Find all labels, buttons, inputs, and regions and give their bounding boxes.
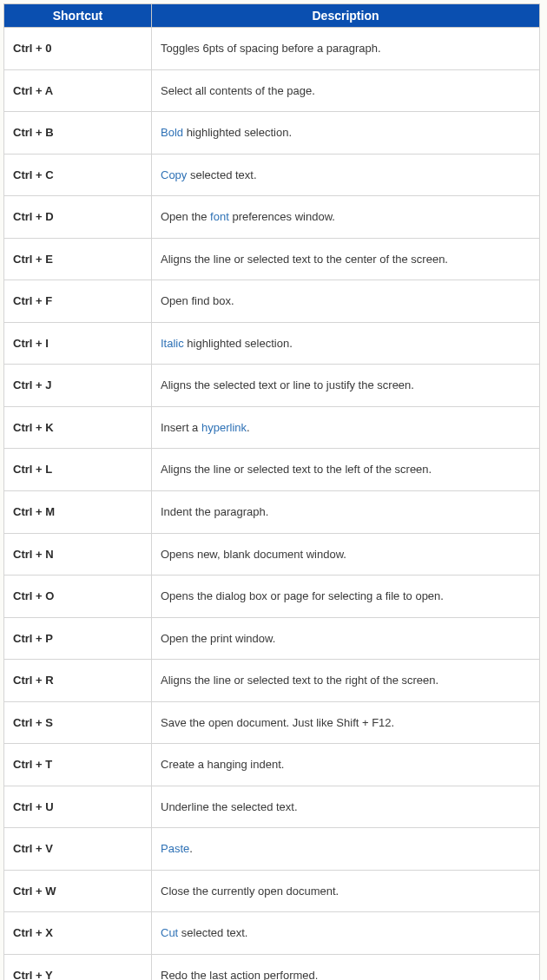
description-cell: Toggles 6pts of spacing before a paragra… [152, 28, 540, 70]
shortcut-cell: Ctrl + C [4, 154, 152, 196]
shortcut-cell: Ctrl + 0 [4, 28, 152, 70]
shortcut-cell: Ctrl + O [4, 576, 152, 618]
table-row: Ctrl + SSave the open document. Just lik… [4, 701, 540, 744]
inline-link[interactable]: hyperlink [201, 421, 247, 434]
shortcut-cell: Ctrl + Y [4, 955, 152, 980]
description-cell: Underline the selected text. [152, 786, 540, 828]
description-cell: Open the print window. [152, 617, 540, 660]
shortcut-cell: Ctrl + B [4, 112, 152, 155]
header-description: Description [152, 4, 540, 28]
shortcut-cell: Ctrl + X [4, 912, 152, 955]
table-row: Ctrl + 0Toggles 6pts of spacing before a… [4, 28, 540, 70]
table-row: Ctrl + CCopy selected text. [4, 154, 540, 196]
description-cell: Open the font preferences window. [152, 196, 540, 239]
shortcut-cell: Ctrl + W [4, 870, 152, 912]
inline-link[interactable]: Paste [161, 842, 189, 855]
shortcut-cell: Ctrl + M [4, 491, 152, 534]
table-row: Ctrl + ASelect all contents of the page. [4, 69, 540, 112]
shortcut-cell: Ctrl + F [4, 280, 152, 323]
description-cell: Opens new, blank document window. [152, 533, 540, 576]
shortcut-cell: Ctrl + S [4, 701, 152, 744]
shortcut-cell: Ctrl + P [4, 617, 152, 660]
description-cell: Save the open document. Just like Shift … [152, 701, 540, 744]
table-row: Ctrl + IItalic highlighted selection. [4, 322, 540, 365]
table-row: Ctrl + UUnderline the selected text. [4, 786, 540, 828]
shortcuts-table: Shortcut Description Ctrl + 0Toggles 6pt… [3, 3, 540, 980]
description-cell: Paste. [152, 828, 540, 871]
shortcut-cell: Ctrl + N [4, 533, 152, 576]
table-row: Ctrl + EAligns the line or selected text… [4, 238, 540, 280]
description-cell: Open find box. [152, 280, 540, 323]
description-cell: Aligns the line or selected text to the … [152, 449, 540, 491]
shortcut-cell: Ctrl + L [4, 449, 152, 491]
table-row: Ctrl + XCut selected text. [4, 912, 540, 955]
shortcut-cell: Ctrl + R [4, 660, 152, 702]
shortcut-cell: Ctrl + A [4, 69, 152, 112]
description-cell: Cut selected text. [152, 912, 540, 955]
table-row: Ctrl + MIndent the paragraph. [4, 491, 540, 534]
table-row: Ctrl + DOpen the font preferences window… [4, 196, 540, 239]
description-cell: Aligns the selected text or line to just… [152, 365, 540, 407]
shortcut-cell: Ctrl + T [4, 744, 152, 786]
shortcut-cell: Ctrl + K [4, 406, 152, 449]
description-cell: Aligns the line or selected text to the … [152, 238, 540, 280]
shortcut-cell: Ctrl + I [4, 322, 152, 365]
description-cell: Insert a hyperlink. [152, 406, 540, 449]
description-cell: Bold highlighted selection. [152, 112, 540, 155]
description-cell: Close the currently open document. [152, 870, 540, 912]
table-row: Ctrl + POpen the print window. [4, 617, 540, 660]
description-cell: Copy selected text. [152, 154, 540, 196]
table-row: Ctrl + NOpens new, blank document window… [4, 533, 540, 576]
table-row: Ctrl + RAligns the line or selected text… [4, 660, 540, 702]
table-row: Ctrl + VPaste. [4, 828, 540, 871]
table-row: Ctrl + JAligns the selected text or line… [4, 365, 540, 407]
inline-link[interactable]: Copy [161, 168, 187, 181]
table-header-row: Shortcut Description [4, 4, 540, 28]
description-cell: Opens the dialog box or page for selecti… [152, 576, 540, 618]
shortcut-cell: Ctrl + U [4, 786, 152, 828]
table-row: Ctrl + WClose the currently open documen… [4, 870, 540, 912]
inline-link[interactable]: Cut [161, 926, 178, 939]
shortcut-cell: Ctrl + E [4, 238, 152, 280]
shortcut-cell: Ctrl + D [4, 196, 152, 239]
table-row: Ctrl + BBold highlighted selection. [4, 112, 540, 155]
table-row: Ctrl + OOpens the dialog box or page for… [4, 576, 540, 618]
inline-link[interactable]: Bold [161, 126, 183, 139]
description-cell: Italic highlighted selection. [152, 322, 540, 365]
description-cell: Indent the paragraph. [152, 491, 540, 534]
shortcut-cell: Ctrl + V [4, 828, 152, 871]
description-cell: Create a hanging indent. [152, 744, 540, 786]
table-row: Ctrl + LAligns the line or selected text… [4, 449, 540, 491]
header-shortcut: Shortcut [4, 4, 152, 28]
inline-link[interactable]: Italic [161, 337, 184, 350]
description-cell: Select all contents of the page. [152, 69, 540, 112]
description-cell: Redo the last action performed. [152, 955, 540, 980]
table-row: Ctrl + TCreate a hanging indent. [4, 744, 540, 786]
shortcut-cell: Ctrl + J [4, 365, 152, 407]
table-row: Ctrl + FOpen find box. [4, 280, 540, 323]
table-row: Ctrl + KInsert a hyperlink. [4, 406, 540, 449]
table-row: Ctrl + YRedo the last action performed. [4, 955, 540, 980]
description-cell: Aligns the line or selected text to the … [152, 660, 540, 702]
inline-link[interactable]: font [210, 210, 229, 223]
